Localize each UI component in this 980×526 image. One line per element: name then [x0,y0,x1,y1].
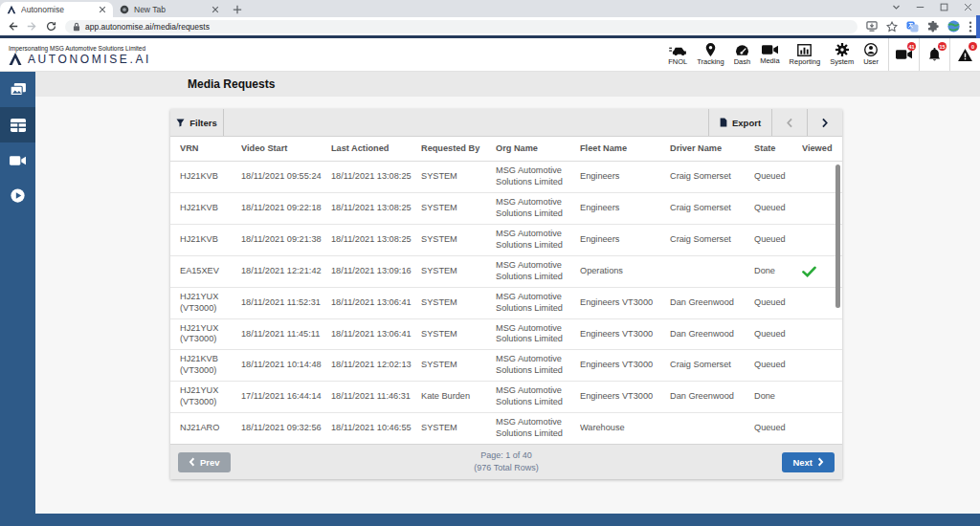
window-close-button[interactable] [964,3,972,11]
table-row[interactable]: EA15XEV18/11/2021 12:21:4218/11/2021 13:… [170,255,842,287]
table-row[interactable]: HJ21KVB18/11/2021 09:55:2418/11/2021 13:… [170,162,842,192]
brand-logo[interactable]: AUTONOMISE.AI [9,53,151,66]
export-file-icon [720,118,727,127]
url-text: app.autonomise.ai/media/requests [85,22,210,32]
nav-item-dash[interactable]: Dash [734,44,751,66]
cell-state: Queued [754,419,802,438]
chevron-right-icon [817,457,824,467]
table-row[interactable]: HJ21YUX (VT3000)17/11/2021 16:44:1418/11… [170,381,842,412]
back-icon[interactable] [8,21,18,32]
cell-viewed [802,173,840,181]
cell-fleet_name: Engineers [580,199,670,218]
table-row[interactable]: HJ21YUX (VT3000)18/11/2021 11:52:3118/11… [170,287,842,318]
prev-page-button[interactable]: Prev [178,452,231,472]
sidebar-item-media-requests[interactable] [0,107,35,142]
nav-item-tracking[interactable]: Tracking [697,43,724,66]
warnings-alert-button[interactable]: 0 [949,38,980,71]
translate-extension-icon[interactable] [906,21,919,33]
cell-viewed [802,393,840,401]
column-header-org-name[interactable]: Org Name [496,140,580,159]
sidebar-item-playback[interactable] [0,178,35,213]
cell-video_start: 18/11/2021 11:45:11 [241,325,331,344]
export-button[interactable]: Export [708,109,771,136]
table-row[interactable]: HJ21KVB18/11/2021 09:21:3818/11/2021 13:… [170,224,842,255]
window-minimize-button[interactable] [916,3,924,11]
address-bar[interactable]: app.autonomise.ai/media/requests [65,20,858,33]
sidebar-item-gallery[interactable] [0,72,35,107]
nav-item-user[interactable]: User [863,43,879,66]
sidebar-item-video[interactable] [0,142,35,178]
tab-search-chevron-icon[interactable] [892,3,901,11]
reload-icon[interactable] [46,21,56,32]
nav-item-system[interactable]: System [830,43,854,66]
tab-close-icon[interactable] [99,6,106,13]
browser-tab-autonomise[interactable]: Autonomise [0,2,113,17]
cell-last_actioned: 18/11/2021 10:46:55 [331,419,421,438]
cell-fleet_name: Operations [580,262,670,281]
notification-badge: 41 [907,42,916,51]
column-header-driver-name[interactable]: Driver Name [670,140,754,159]
cell-requested_by: SYSTEM [421,262,496,281]
cell-video_start: 18/11/2021 09:55:24 [241,167,331,186]
bookmark-star-icon[interactable] [886,21,898,33]
nav-item-reporting[interactable]: Reporting [790,44,821,66]
column-header-state[interactable]: State [754,140,802,159]
cell-org_name: MSG Automotive Solutions Limited [496,350,580,381]
nav-item-media[interactable]: Media [760,44,779,65]
gallery-icon [11,83,26,97]
column-header-vrn[interactable]: VRN [180,140,241,159]
cell-driver_name: Craig Somerset [670,230,754,250]
cell-fleet_name: Engineers VT3000 [580,387,670,406]
pagination-status: Page: 1 of 40 (976 Total Rows) [231,449,783,475]
install-app-icon[interactable] [866,21,878,32]
table-header-row: VRN Video Start Last Actioned Requested … [170,137,842,162]
filters-button[interactable]: Filters [170,109,224,136]
column-header-video-start[interactable]: Video Start [241,140,331,159]
extensions-puzzle-icon[interactable] [927,21,939,33]
column-header-fleet-name[interactable]: Fleet Name [580,140,670,159]
cell-org_name: MSG Automotive Solutions Limited [496,319,580,350]
cell-driver_name: Dan Greenwood [670,325,754,344]
window-maximize-button[interactable] [940,3,948,11]
cell-viewed [802,299,840,307]
plus-icon [233,5,242,14]
cell-fleet_name: Engineers VT3000 [580,325,670,344]
column-header-viewed[interactable]: Viewed [802,140,840,159]
video-camera-icon [10,155,26,166]
media-requests-alert-button[interactable]: 41 [888,38,919,71]
main-content: Media Requests Filters Export [35,72,980,526]
cell-driver_name: Craig Somerset [670,199,754,218]
app-header: Impersonating MSG Automotive Solutions L… [0,38,980,72]
cell-state: Queued [754,199,802,218]
column-header-last-actioned[interactable]: Last Actioned [331,140,421,159]
table-row[interactable]: HJ21KVB (VT3000)18/11/2021 10:14:4818/11… [170,349,842,381]
profile-avatar-globe-icon[interactable] [947,20,960,33]
cell-vrn: EA15XEV [180,262,241,281]
table-row[interactable]: NJ21ARO18/11/2021 09:32:5618/11/2021 10:… [170,412,842,444]
filter-funnel-icon [176,119,185,127]
column-header-requested-by[interactable]: Requested By [421,140,496,159]
pagination-footer: Prev Page: 1 of 40 (976 Total Rows) Next [170,444,842,479]
cell-requested_by: SYSTEM [421,294,496,313]
cell-viewed [802,236,840,244]
table-row[interactable]: HJ21YUX (VT3000)18/11/2021 11:45:1118/11… [170,318,842,350]
page-next-chevron-button[interactable] [807,109,842,136]
nav-item-fnol[interactable]: FNOL [668,44,687,66]
cell-video_start: 18/11/2021 09:22:18 [241,199,331,218]
page-previous-chevron-button[interactable] [771,109,807,136]
cell-fleet_name: Engineers VT3000 [580,294,670,313]
forward-icon[interactable] [27,21,37,32]
cell-vrn: HJ21YUX (VT3000) [180,288,241,318]
cell-requested_by: SYSTEM [421,199,496,218]
table-body: HJ21KVB18/11/2021 09:55:2418/11/2021 13:… [170,162,842,444]
new-tab-button[interactable] [233,5,242,14]
table-row[interactable]: HJ21KVB18/11/2021 09:22:1818/11/2021 13:… [170,192,842,224]
table-scrollbar-thumb[interactable] [835,164,840,308]
next-page-button[interactable]: Next [782,452,835,472]
browser-menu-kebab-icon[interactable] [969,21,972,33]
cell-viewed [802,362,840,369]
tab-close-icon[interactable] [212,6,219,13]
cell-driver_name: Dan Greenwood [670,294,754,313]
browser-tab-newtab[interactable]: New Tab [113,2,226,17]
notifications-alert-button[interactable]: 15 [919,38,949,71]
